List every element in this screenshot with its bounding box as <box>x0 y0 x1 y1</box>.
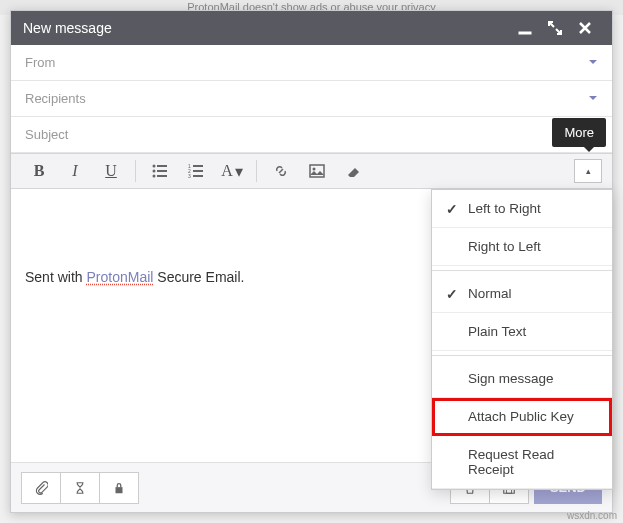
font-button[interactable]: A▾ <box>214 157 250 185</box>
titlebar: New message <box>11 11 612 45</box>
format-toolbar: More B I U 123 A▾ ▴ <box>11 153 612 189</box>
minimize-icon <box>518 21 532 35</box>
attach-button[interactable] <box>21 472 61 504</box>
close-button[interactable] <box>570 13 600 43</box>
svg-rect-4 <box>157 170 167 172</box>
compose-window: New message From Recipients Subject More… <box>10 10 613 513</box>
bold-button[interactable]: B <box>21 157 57 185</box>
eraser-icon <box>345 163 361 179</box>
svg-rect-0 <box>519 32 531 34</box>
recipients-label: Recipients <box>25 91 588 106</box>
svg-rect-13 <box>310 165 324 177</box>
chevron-down-icon <box>588 91 598 106</box>
menu-item-sign-message[interactable]: Sign message <box>432 360 612 398</box>
menu-item-read-receipt[interactable]: Request Read Receipt <box>432 436 612 489</box>
subject-field[interactable]: Subject <box>11 117 612 153</box>
italic-button[interactable]: I <box>57 157 93 185</box>
eraser-button[interactable] <box>335 157 371 185</box>
menu-item-ltr[interactable]: Left to Right <box>432 190 612 228</box>
underline-glyph: U <box>105 162 117 180</box>
subject-placeholder: Subject <box>25 127 598 142</box>
svg-rect-8 <box>193 165 203 167</box>
list-ol-icon: 123 <box>188 163 204 179</box>
menu-item-attach-public-key[interactable]: Attach Public Key <box>432 398 612 436</box>
menu-separator <box>432 355 612 356</box>
menu-item-normal[interactable]: Normal <box>432 275 612 313</box>
svg-rect-6 <box>157 175 167 177</box>
close-icon <box>578 21 592 35</box>
caret-down-icon: ▾ <box>235 162 243 181</box>
chevron-down-icon <box>588 55 598 70</box>
link-icon <box>273 163 289 179</box>
more-tooltip: More <box>552 118 606 147</box>
ordered-list-button[interactable]: 123 <box>178 157 214 185</box>
from-label: From <box>25 55 588 70</box>
svg-point-1 <box>153 165 156 168</box>
link-button[interactable] <box>263 157 299 185</box>
more-dropdown: Left to Right Right to Left Normal Plain… <box>431 189 613 490</box>
expand-icon <box>548 21 562 35</box>
image-button[interactable] <box>299 157 335 185</box>
bold-glyph: B <box>34 162 45 180</box>
watermark: wsxdn.com <box>567 510 617 521</box>
menu-item-plain-text[interactable]: Plain Text <box>432 313 612 351</box>
from-field[interactable]: From <box>11 45 612 81</box>
menu-separator <box>432 270 612 271</box>
underline-button[interactable]: U <box>93 157 129 185</box>
minimize-button[interactable] <box>510 13 540 43</box>
expand-button[interactable] <box>540 13 570 43</box>
svg-text:3: 3 <box>188 173 191 179</box>
menu-item-rtl[interactable]: Right to Left <box>432 228 612 266</box>
caret-up-icon: ▴ <box>586 166 591 176</box>
toolbar-separator <box>135 160 136 182</box>
list-ul-icon <box>152 163 168 179</box>
more-toggle-button[interactable]: ▴ <box>574 159 602 183</box>
svg-rect-15 <box>116 487 123 493</box>
font-glyph: A <box>221 162 233 180</box>
message-body[interactable]: Sent with ProtonMail Secure Email. Left … <box>11 189 612 462</box>
protonmail-link[interactable]: ProtonMail <box>86 269 153 285</box>
encryption-button[interactable] <box>99 472 139 504</box>
svg-rect-12 <box>193 175 203 177</box>
lock-icon <box>112 481 126 495</box>
svg-point-5 <box>153 175 156 178</box>
toolbar-separator <box>256 160 257 182</box>
italic-glyph: I <box>72 162 77 180</box>
paperclip-icon <box>34 481 48 495</box>
window-title: New message <box>23 20 510 36</box>
expiration-button[interactable] <box>60 472 100 504</box>
image-icon <box>309 163 325 179</box>
hourglass-icon <box>73 481 87 495</box>
svg-point-14 <box>313 168 316 171</box>
svg-rect-10 <box>193 170 203 172</box>
unordered-list-button[interactable] <box>142 157 178 185</box>
svg-rect-2 <box>157 165 167 167</box>
recipients-field[interactable]: Recipients <box>11 81 612 117</box>
svg-point-3 <box>153 170 156 173</box>
